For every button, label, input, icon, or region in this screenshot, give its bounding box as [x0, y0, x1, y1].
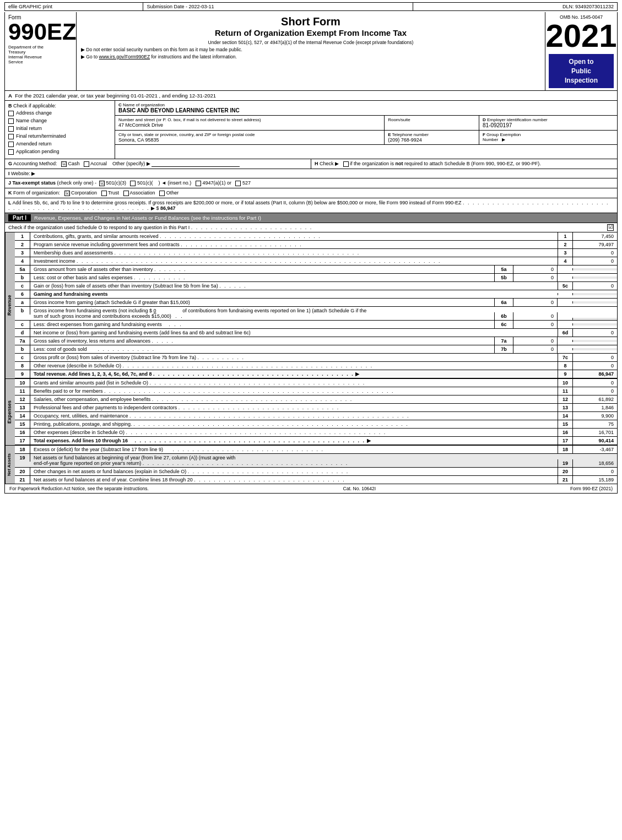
row-desc-9: Total revenue. Add lines 1, 2, 3, 4, 5c,… [30, 370, 558, 378]
row-amount-16: 16,701 [573, 429, 617, 436]
ein: 81-0920197 [483, 122, 614, 128]
row-num-1: 1 [15, 232, 30, 240]
row-line-14: 14 [558, 412, 573, 420]
row-num-15: 15 [15, 420, 30, 428]
footer-cat: Cat. No. 10642I [343, 486, 376, 491]
row-num-18: 18 [15, 446, 30, 453]
row-desc-10: Grants and similar amounts paid (list in… [30, 379, 558, 387]
final-return-item: Final return/terminated [8, 133, 111, 139]
row-desc-6b: Gross income from fundraising events (no… [30, 307, 494, 320]
row-amount-3: 0 [573, 249, 617, 257]
row-num-3: 3 [15, 249, 30, 257]
row-desc-6: Gaming and fundraising events [30, 290, 558, 298]
accounting-section: G Accounting Method: ☑ Cash Accrual Othe… [5, 159, 311, 169]
ssn-warning: ▶ Do not enter social security numbers o… [81, 47, 540, 52]
final-return-checkbox[interactable] [8, 134, 14, 139]
row-amount-6c [573, 323, 617, 326]
org-room-section: Room/suite [385, 116, 479, 130]
efile-label: efile GRAPHIC print [5, 3, 143, 10]
row-amount-11: 0 [573, 387, 617, 395]
schedule-o-row: Check if the organization used Schedule … [4, 223, 618, 232]
name-change-item: Name change [8, 118, 111, 124]
row-line-8: 8 [558, 362, 573, 370]
row-line-1: 1 [558, 232, 573, 240]
org-address: 47 McCormick Drive [118, 122, 381, 128]
row-num-5c: c [15, 282, 30, 290]
dept-line1: Department of the Treasury Internal Reve… [8, 45, 73, 64]
row-num-7c: c [15, 354, 30, 361]
net-assets-side-label: Net Assets [5, 446, 15, 484]
row-desc-8: Other revenue (describe in Schedule O) .… [30, 362, 558, 370]
group-exemption-section: F Group ExemptionNumber ▶ [479, 131, 617, 144]
ein-section: D Employer identification number 81-0920… [479, 116, 617, 130]
expenses-side-label: Expenses [5, 379, 15, 445]
expenses-section: Expenses 10 Grants and similar amounts p… [4, 379, 618, 446]
row-num-6b: b [15, 307, 30, 315]
row-desc-2: Program service revenue including govern… [30, 241, 558, 248]
address-change-checkbox[interactable] [8, 111, 14, 116]
row-amount-5b [573, 277, 617, 279]
part-i-header: Part I Revenue, Expenses, and Changes in… [4, 213, 618, 223]
row-desc-5c: Gain or (loss) from sale of assets other… [30, 282, 558, 290]
row-line-19: 19 [558, 459, 573, 467]
revenue-rows: 1 Contributions, gifts, grants, and simi… [15, 232, 617, 378]
row-line-6b [558, 318, 573, 320]
amended-return-item: Amended return [8, 141, 111, 147]
row-line-7c: 7c [558, 354, 573, 361]
row-subline-7a: 7a [494, 337, 513, 345]
row-num-6a: a [15, 299, 30, 306]
row-line-3: 3 [558, 249, 573, 257]
row-num-20: 20 [15, 468, 30, 475]
org-name: BASIC AND BEYOND LEARNING CENTER INC [118, 107, 614, 113]
amended-return-checkbox[interactable] [8, 142, 14, 147]
row-desc-11: Benefits paid to or for members . . . . … [30, 387, 558, 395]
row-num-10: 10 [15, 379, 30, 387]
row-num-6: 6 [15, 290, 30, 298]
gross-receipts-amount: 86,947 [160, 205, 176, 211]
h-section: H Check ▶ if the organization is not req… [311, 159, 617, 169]
name-change-checkbox[interactable] [8, 118, 14, 124]
website-section: I Website: ▶ [4, 169, 618, 178]
row-amount-20: 0 [573, 468, 617, 475]
row-num-13: 13 [15, 404, 30, 411]
open-public: Open toPublicInspection [549, 54, 614, 88]
short-form-title: Short Form [81, 15, 540, 28]
row-amount-6b [573, 318, 617, 320]
form-number: 990EZ [8, 20, 73, 44]
under-section: Under section 501(c), 527, or 4947(a)(1)… [81, 40, 540, 45]
row-amount-21: 15,189 [573, 476, 617, 484]
net-assets-rows: 18 Excess or (deficit) for the year (Sub… [15, 446, 617, 484]
return-title: Return of Organization Exempt From Incom… [81, 28, 540, 37]
row-subline-6c: 6c [494, 321, 513, 328]
row-line-17: 17 [558, 437, 573, 445]
row-num-7a: 7a [15, 337, 30, 345]
application-pending-label: Application pending [16, 149, 60, 154]
row-line-5c: 5c [558, 282, 573, 290]
row-num-6d: d [15, 329, 30, 337]
final-return-label: Final return/terminated [16, 133, 66, 139]
row-num-6c: c [15, 321, 30, 328]
row-desc-3: Membership dues and assessments . . . . … [30, 249, 558, 257]
section-a: A For the 2021 calendar year, or tax yea… [4, 91, 618, 101]
row-num-21: 21 [15, 476, 30, 484]
amended-return-label: Amended return [16, 141, 52, 147]
row-desc-7b: Less: cost of goods sold . . . . . . . .… [30, 345, 494, 353]
row-line-16: 16 [558, 429, 573, 436]
row-num-12: 12 [15, 395, 30, 403]
initial-return-label: Initial return [16, 126, 42, 131]
row-num-8: 8 [15, 362, 30, 370]
row-desc-4: Investment income . . . . . . . . . . . … [30, 257, 558, 265]
address-change-label: Address change [16, 110, 52, 116]
row-amount-6 [573, 293, 617, 295]
phone-section: E Telephone number (209) 768-9924 [385, 131, 479, 144]
row-desc-13: Professional fees and other payments to … [30, 404, 558, 411]
row-line-7a [558, 340, 573, 342]
goto-text: ▶ Go to www.irs.gov/Form990EZ for instru… [81, 54, 540, 59]
row-line-7b [558, 348, 573, 350]
row-subamount-7a: 0 [513, 337, 558, 345]
row-subline-5a: 5a [494, 265, 513, 273]
initial-return-checkbox[interactable] [8, 126, 14, 132]
footer-paperwork: For Paperwork Reduction Act Notice, see … [9, 486, 149, 491]
application-pending-checkbox[interactable] [8, 149, 14, 155]
row-subamount-6c: 0 [513, 321, 558, 328]
